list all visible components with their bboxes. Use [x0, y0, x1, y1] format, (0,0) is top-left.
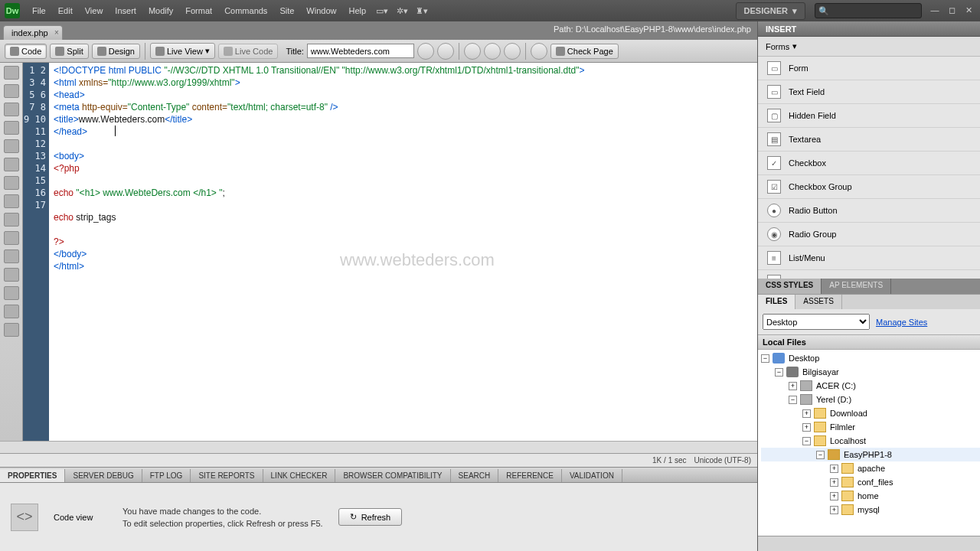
- expand-icon[interactable]: +: [830, 506, 838, 514]
- tab-site-reports[interactable]: SITE REPORTS: [191, 469, 263, 482]
- insert-panel-header[interactable]: INSERT: [758, 21, 980, 37]
- menu-window[interactable]: Window: [300, 3, 342, 18]
- tree-mysql[interactable]: +mysql: [761, 503, 980, 517]
- insert-radio-group[interactable]: ◉Radio Group: [758, 223, 980, 246]
- tab-link-checker[interactable]: LINK CHECKER: [263, 469, 336, 482]
- tree-home[interactable]: +home: [761, 489, 980, 503]
- live-view-button[interactable]: Live View▾: [150, 43, 215, 59]
- insert-form[interactable]: ▭Form: [758, 57, 980, 80]
- expand-icon[interactable]: +: [830, 465, 838, 473]
- insert-jump-menu[interactable]: ⇩Jump Menu: [758, 270, 980, 279]
- menu-format[interactable]: Format: [179, 3, 218, 18]
- wrap-tag-icon[interactable]: [4, 305, 19, 318]
- tab-ap-elements[interactable]: AP ELEMENTS: [822, 279, 891, 294]
- minimize-button[interactable]: —: [928, 5, 942, 16]
- file-management-icon[interactable]: [417, 43, 434, 60]
- tree-localhost[interactable]: −Localhost: [761, 434, 980, 448]
- site-tool-icon[interactable]: ♜▾: [413, 4, 430, 18]
- collapse-icon[interactable]: −: [775, 368, 783, 377]
- document-title-input[interactable]: [307, 44, 414, 58]
- tree-easyphp[interactable]: −EasyPHP1-8: [761, 448, 980, 461]
- code-view-button[interactable]: Code: [5, 44, 47, 59]
- expand-icon[interactable]: +: [830, 478, 838, 487]
- menu-commands[interactable]: Commands: [218, 3, 273, 18]
- expand-icon[interactable]: [4, 103, 19, 116]
- workspace-switcher[interactable]: DESIGNER▾: [736, 2, 805, 20]
- menu-modify[interactable]: Modify: [142, 3, 179, 18]
- insert-text-field[interactable]: ▭Text Field: [758, 80, 980, 104]
- tab-files[interactable]: FILES: [758, 295, 795, 309]
- collapse-icon[interactable]: −: [816, 451, 825, 459]
- refresh-icon[interactable]: [464, 43, 481, 60]
- highlight-invalid-icon[interactable]: [4, 176, 19, 190]
- tree-apache[interactable]: +apache: [761, 461, 980, 475]
- outdent-icon[interactable]: [4, 268, 19, 282]
- insert-radio-button[interactable]: ●Radio Button: [758, 199, 980, 223]
- expand-icon[interactable]: +: [802, 423, 811, 432]
- view-options-icon[interactable]: [484, 43, 501, 60]
- menu-insert[interactable]: Insert: [109, 3, 142, 18]
- validate-icon[interactable]: [531, 43, 547, 60]
- collapse-icon[interactable]: −: [802, 437, 811, 445]
- code-editor[interactable]: <!DOCTYPE html PUBLIC "-//W3C//DTD XHTML…: [49, 63, 757, 441]
- menu-edit[interactable]: Edit: [52, 3, 79, 18]
- visual-aids-icon[interactable]: [504, 43, 521, 60]
- balance-braces-icon[interactable]: [4, 139, 19, 153]
- syntax-color-icon[interactable]: [4, 194, 19, 208]
- snippets-icon[interactable]: [4, 231, 19, 245]
- layout-tool-icon[interactable]: ▭▾: [374, 4, 390, 18]
- menu-site[interactable]: Site: [273, 3, 300, 18]
- document-tab[interactable]: index.php ×: [3, 25, 63, 40]
- tree-drive-c[interactable]: +ACER (C:): [761, 379, 980, 393]
- insert-checkbox-group[interactable]: ☑Checkbox Group: [758, 175, 980, 199]
- extension-tool-icon[interactable]: ✲▾: [394, 4, 410, 18]
- close-tab-icon[interactable]: ×: [54, 28, 59, 37]
- close-button[interactable]: ✕: [962, 5, 975, 16]
- design-view-button[interactable]: Design: [92, 44, 140, 59]
- expand-icon[interactable]: +: [830, 492, 838, 500]
- split-view-button[interactable]: Split: [50, 44, 88, 59]
- expand-icon[interactable]: +: [802, 409, 811, 418]
- horizontal-scrollbar[interactable]: [0, 441, 757, 453]
- tab-css-styles[interactable]: CSS STYLES: [758, 279, 822, 294]
- site-select[interactable]: Desktop: [763, 314, 870, 330]
- tree-filmler[interactable]: +Filmler: [761, 420, 980, 434]
- tab-browser-compat[interactable]: BROWSER COMPATIBILITY: [335, 469, 450, 482]
- tab-validation[interactable]: VALIDATION: [562, 469, 622, 482]
- refresh-button[interactable]: ↻Refresh: [338, 508, 403, 526]
- line-numbers-icon[interactable]: [4, 158, 19, 171]
- insert-hidden-field[interactable]: ▢Hidden Field: [758, 104, 980, 128]
- manage-sites-link[interactable]: Manage Sites: [876, 318, 927, 327]
- tab-reference[interactable]: REFERENCE: [498, 469, 562, 482]
- menu-help[interactable]: Help: [342, 3, 372, 18]
- tab-server-debug[interactable]: SERVER DEBUG: [65, 469, 142, 482]
- tree-desktop[interactable]: −Desktop: [761, 351, 980, 365]
- search-input[interactable]: 🔍: [815, 3, 922, 18]
- insert-category-select[interactable]: Forms ▾: [758, 37, 980, 57]
- collapse-icon[interactable]: −: [761, 354, 769, 363]
- tree-download[interactable]: +Download: [761, 406, 980, 420]
- tree-conf-files[interactable]: +conf_files: [761, 475, 980, 489]
- collapse-icon[interactable]: [4, 84, 19, 98]
- tab-assets[interactable]: ASSETS: [795, 295, 841, 309]
- recent-snippets-icon[interactable]: [4, 323, 19, 337]
- tab-properties[interactable]: PROPERTIES: [0, 469, 65, 482]
- menu-view[interactable]: View: [79, 3, 109, 18]
- expand-icon[interactable]: +: [789, 382, 797, 390]
- tree-drive-d[interactable]: −Yerel (D:): [761, 393, 980, 406]
- insert-checkbox[interactable]: ✓Checkbox: [758, 152, 980, 175]
- tab-search[interactable]: SEARCH: [451, 469, 499, 482]
- open-documents-icon[interactable]: [4, 66, 19, 80]
- menu-file[interactable]: File: [26, 3, 52, 18]
- collapse-icon[interactable]: −: [789, 396, 797, 404]
- comment-icon[interactable]: [4, 286, 19, 300]
- maximize-button[interactable]: ◻: [945, 5, 959, 16]
- check-page-button[interactable]: Check Page: [550, 44, 619, 59]
- preview-browser-icon[interactable]: [437, 43, 454, 60]
- insert-list-menu[interactable]: ≡List/Menu: [758, 246, 980, 270]
- indent-icon[interactable]: [4, 249, 19, 263]
- tab-ftp-log[interactable]: FTP LOG: [142, 469, 191, 482]
- tree-computer[interactable]: −Bilgisayar: [761, 365, 980, 379]
- select-parent-icon[interactable]: [4, 121, 19, 135]
- auto-indent-icon[interactable]: [4, 213, 19, 227]
